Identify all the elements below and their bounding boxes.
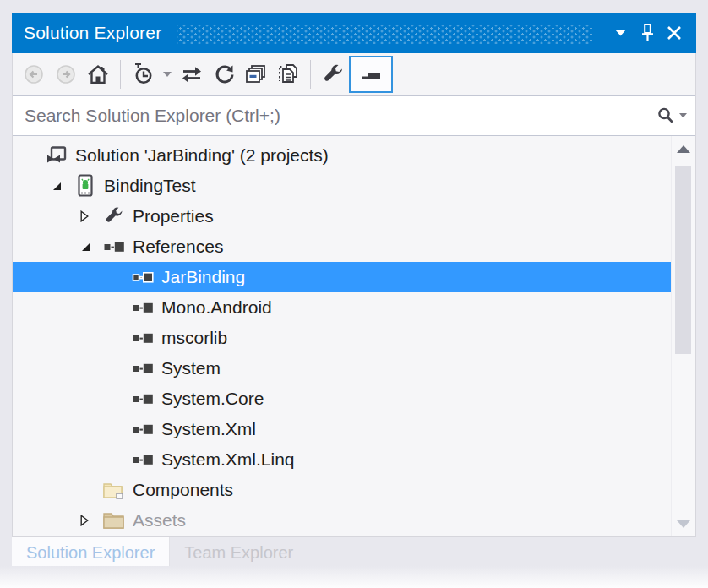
tree-item-label: System.Xml.Linq [161,449,295,470]
toolbar [13,53,695,95]
properties-wrench-icon[interactable] [317,57,349,91]
expander-expanded-icon[interactable] [45,171,74,201]
expander-collapsed-icon[interactable] [74,505,102,536]
search-row [13,95,695,136]
tree-item-label: System [161,358,221,378]
tree-item-system-core[interactable]: System.Core [13,384,695,414]
scrollbar-thumb[interactable] [675,166,691,354]
tree-item-label: System.Xml [161,419,256,439]
panel-title: Solution Explorer [24,23,161,43]
solution-tree: Solution 'JarBinding' (2 projects) Bindi… [13,136,695,536]
tree-item-label: Assets [133,510,186,531]
reference-icon [131,266,154,289]
expander-spacer [102,414,131,444]
panel-titlebar[interactable]: Solution Explorer [12,13,696,53]
android-project-icon [74,175,96,198]
home-icon[interactable] [82,57,114,91]
close-icon[interactable] [661,19,688,47]
search-input[interactable] [23,105,656,127]
tree-item-label: References [133,237,223,257]
tree-item-mono-android[interactable]: Mono.Android [13,292,695,323]
reference-icon [131,388,154,411]
expander-spacer [102,292,131,323]
tree-item-jarbinding[interactable]: JarBinding [13,262,695,292]
tab-team-explorer[interactable]: Team Explorer [170,537,308,568]
tree-item-system-xml-linq[interactable]: System.Xml.Linq [13,444,695,475]
reference-icon [131,327,154,350]
tree-item-label: JarBinding [161,267,245,287]
expander-spacer [102,323,131,353]
tree-item-references[interactable]: References [13,231,695,262]
window-position-chevron-icon[interactable] [607,19,634,47]
sync-with-active-document-icon[interactable] [176,57,208,91]
toolbar-separator [120,60,121,89]
solution-icon [45,144,68,167]
changes-filter-icon[interactable] [127,57,159,91]
expander-spacer [16,140,45,171]
changes-filter-dropdown-icon[interactable] [159,57,176,91]
folder-components-icon [102,479,125,502]
expander-spacer [102,353,131,384]
reference-icon [131,357,154,380]
folder-closed-icon [102,509,125,532]
expander-spacer [102,384,131,414]
pin-icon[interactable] [634,19,661,47]
collapse-all-icon[interactable] [240,57,272,91]
tree-item-system[interactable]: System [13,353,695,384]
tab-solution-explorer[interactable]: Solution Explorer [12,537,170,568]
show-all-files-icon[interactable] [272,57,304,91]
titlebar-drag-texture[interactable] [177,25,593,44]
expander-expanded-icon[interactable] [74,231,102,262]
wrench-icon [102,205,125,228]
tree-item-label: System.Core [161,389,264,409]
scroll-down-icon[interactable] [672,513,695,535]
scroll-up-icon[interactable] [672,138,695,160]
tree-item-components[interactable]: Components [13,475,695,505]
expander-spacer [102,262,131,292]
refresh-icon[interactable] [208,57,240,91]
tree-item-label: BindingTest [104,176,196,196]
tree-item-label: Solution 'JarBinding' (2 projects) [75,145,329,166]
bottom-tabstrip: Solution Explorer Team Explorer [12,537,696,568]
search-box[interactable] [13,95,695,136]
solution-explorer-panel: Solution Explorer [12,13,696,568]
tree-item-assets[interactable]: Assets [13,505,695,536]
tree-item-label: mscorlib [161,328,227,348]
search-magnifier-icon[interactable] [656,106,687,125]
reference-icon [131,297,154,319]
tree-item-label: Properties [133,206,214,226]
preview-selected-items-icon[interactable] [349,56,393,93]
tree-item-properties[interactable]: Properties [13,201,695,231]
forward-icon[interactable] [50,57,82,91]
tree-item-label: Components [133,480,233,500]
tab-label: Solution Explorer [26,543,155,563]
reference-icon [102,236,125,259]
tree-item-label: Mono.Android [161,297,272,318]
expander-collapsed-icon[interactable] [74,201,102,231]
back-icon[interactable] [18,57,50,91]
tree-item-solution-jarbinding-2-projects[interactable]: Solution 'JarBinding' (2 projects) [13,140,695,171]
tree-item-bindingtest[interactable]: BindingTest [13,171,695,201]
vertical-scrollbar[interactable] [671,136,695,536]
toolbar-separator [310,60,311,89]
expander-spacer [74,475,102,505]
expander-spacer [102,444,131,475]
tab-label: Team Explorer [184,543,293,563]
tree-item-mscorlib[interactable]: mscorlib [13,323,695,353]
reference-icon [131,449,154,471]
tree-item-system-xml[interactable]: System.Xml [13,414,695,444]
panel-content: Solution 'JarBinding' (2 projects) Bindi… [12,53,696,537]
reference-icon [131,418,154,441]
